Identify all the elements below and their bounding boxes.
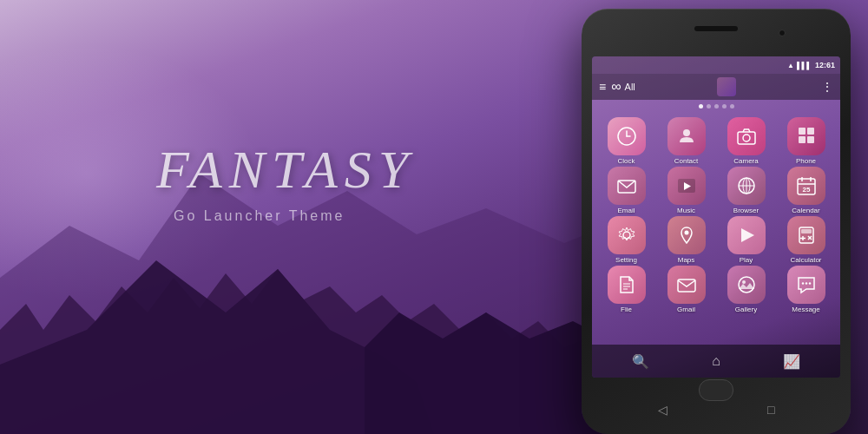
app-item-play[interactable]: Play (717, 216, 775, 264)
app-item-calculator[interactable]: Calculator (777, 216, 835, 264)
svg-point-37 (801, 282, 803, 284)
gallery-label: Gallery (735, 306, 757, 313)
wifi-icon: ▲ (787, 62, 794, 69)
email-app-icon (608, 167, 646, 205)
page-title: Fantasy (156, 139, 415, 201)
svg-rect-34 (678, 279, 695, 292)
contact-icon (667, 117, 706, 155)
all-apps-label[interactable]: All (625, 82, 635, 92)
music-label: Music (677, 207, 695, 214)
status-bar: ▲ ▌▌▌ 12:61 (592, 56, 840, 74)
svg-point-5 (743, 135, 750, 141)
app-item-calendar[interactable]: 25 Calendar (777, 167, 835, 214)
calculator-app-icon (787, 216, 825, 254)
svg-point-39 (808, 282, 810, 284)
play-label: Play (740, 256, 753, 264)
gmail-app-icon (667, 266, 706, 304)
calculator-label: Calculator (790, 256, 821, 264)
page-subtitle: Go Launcher Theme (174, 208, 345, 224)
launcher-icon[interactable]: ∞ (611, 79, 621, 95)
app-item-setting[interactable]: Setting (597, 216, 655, 264)
app-item-email[interactable]: Email (597, 167, 655, 214)
phone-camera (779, 30, 786, 36)
page-dot-4[interactable] (722, 104, 727, 108)
home-dock-icon[interactable]: ⌂ (712, 353, 720, 369)
camera-app-icon (727, 117, 766, 155)
app-grid: Clock Contact (595, 115, 837, 345)
app-item-message[interactable]: Message (777, 266, 835, 313)
page-dot-5[interactable] (730, 104, 734, 108)
recent-button[interactable]: □ (767, 403, 774, 417)
phone-screen: ▲ ▌▌▌ 12:61 ≡ ∞ All ⋮ (592, 56, 840, 378)
email-label: Email (617, 207, 635, 214)
page-dot-3[interactable] (714, 104, 719, 108)
back-button[interactable]: ◁ (658, 403, 667, 417)
app-item-file[interactable]: Flie (597, 266, 655, 313)
phone-body: ▲ ▌▌▌ 12:61 ≡ ∞ All ⋮ (582, 9, 851, 434)
page-dot-2[interactable] (707, 104, 711, 108)
app-item-maps[interactable]: Maps (657, 216, 715, 264)
wallpaper-thumbnail[interactable] (717, 77, 736, 96)
svg-rect-8 (799, 136, 806, 143)
navigation-bar: ≡ ∞ All ⋮ (592, 74, 840, 100)
app-item-phone[interactable]: Phone (777, 117, 835, 165)
app-item-gallery[interactable]: Gallery (717, 266, 775, 313)
calendar-app-icon: 25 (787, 167, 825, 205)
svg-rect-7 (807, 128, 814, 135)
phone-app-icon (787, 117, 825, 155)
svg-text:25: 25 (802, 186, 810, 194)
app-item-music[interactable]: Music (657, 167, 715, 214)
page-dot-1[interactable] (699, 104, 703, 108)
phone-navigation: ◁ □ (582, 403, 851, 417)
app-item-browser[interactable]: Browser (717, 167, 775, 214)
svg-rect-4 (738, 132, 755, 144)
status-time: 12:61 (815, 61, 835, 69)
clock-label: Clock (617, 157, 635, 165)
status-icons: ▲ ▌▌▌ (787, 62, 812, 69)
clock-icon (608, 117, 646, 155)
calendar-label: Calendar (792, 207, 819, 214)
message-label: Message (792, 306, 819, 313)
svg-rect-26 (801, 229, 812, 233)
page-indicators (592, 104, 840, 108)
phone-speaker (694, 26, 738, 31)
more-options-icon[interactable]: ⋮ (821, 80, 833, 94)
phone-device: ▲ ▌▌▌ 12:61 ≡ ∞ All ⋮ (582, 9, 851, 434)
file-app-icon (608, 266, 646, 304)
camera-label: Camera (733, 157, 758, 165)
message-app-icon (787, 266, 825, 304)
svg-point-38 (805, 282, 806, 284)
maps-label: Maps (678, 256, 695, 264)
svg-point-3 (683, 129, 690, 136)
app-item-clock[interactable]: Clock (597, 117, 655, 165)
contact-label: Contact (674, 157, 699, 165)
maps-app-icon (667, 216, 706, 254)
bottom-dock: 🔍 ⌂ 📈 (592, 345, 840, 378)
music-app-icon (667, 167, 706, 205)
browser-label: Browser (733, 207, 759, 214)
phone-label: Phone (796, 157, 816, 165)
svg-point-35 (739, 277, 754, 293)
svg-point-36 (742, 280, 746, 284)
stats-dock-icon[interactable]: 📈 (783, 353, 800, 370)
setting-app-icon (608, 216, 646, 254)
app-item-contact[interactable]: Contact (657, 117, 715, 165)
svg-rect-9 (807, 136, 814, 143)
svg-point-23 (684, 231, 688, 235)
svg-marker-24 (741, 228, 754, 242)
gallery-app-icon (727, 266, 766, 304)
play-app-icon (727, 216, 766, 254)
search-dock-icon[interactable]: 🔍 (632, 353, 649, 370)
menu-icon[interactable]: ≡ (599, 80, 606, 94)
gmail-label: Gmail (677, 306, 695, 313)
home-button[interactable] (699, 379, 733, 401)
app-item-gmail[interactable]: Gmail (657, 266, 715, 313)
signal-icon: ▌▌▌ (797, 62, 812, 69)
file-label: Flie (621, 306, 632, 313)
svg-rect-6 (799, 128, 806, 135)
app-item-camera[interactable]: Camera (717, 117, 775, 165)
browser-app-icon (727, 167, 766, 205)
setting-label: Setting (615, 256, 637, 264)
